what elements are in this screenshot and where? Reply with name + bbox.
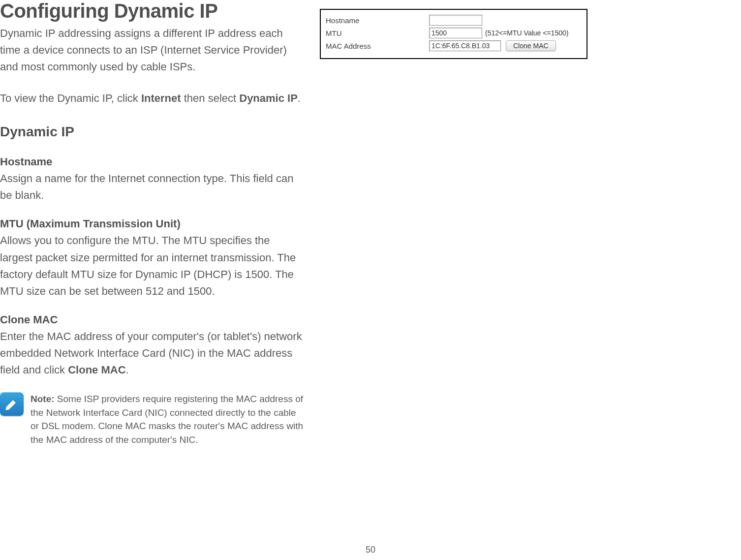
nav-text-post: . [298, 92, 301, 104]
section-mtu: MTU (Maximum Transmission Unit) Allows y… [0, 218, 305, 299]
section-mtu-title: MTU (Maximum Transmission Unit) [0, 218, 305, 230]
hostname-row: Hostname [326, 15, 582, 26]
page-title: Configuring Dynamic IP [0, 0, 305, 22]
nav-text-mid: then select [181, 92, 240, 104]
note-pencil-icon [0, 392, 24, 416]
mac-address-label: MAC Address [326, 42, 429, 50]
nav-internet-keyword: Internet [141, 92, 181, 104]
mtu-row: MTU (512<=MTU Value <=1500) [326, 28, 582, 38]
hostname-label: Hostname [326, 16, 429, 25]
mac-address-input[interactable] [429, 40, 501, 51]
mac-row: MAC Address Clone MAC [326, 40, 582, 51]
section-clone-mac-body: Enter the MAC address of your computer's… [0, 328, 305, 378]
navigation-instruction: To view the Dynamic IP, click Internet t… [0, 90, 305, 106]
clone-body-pre: Enter the MAC address of your computer's… [0, 330, 302, 376]
page-number: 50 [366, 545, 375, 555]
clone-mac-button[interactable]: Clone MAC [506, 40, 556, 51]
intro-text: Dynamic IP addressing assigns a differen… [0, 25, 305, 75]
clone-body-post: . [126, 364, 129, 376]
note-text: Note: Some ISP providers require registe… [31, 392, 305, 446]
mtu-range-text: (512<=MTU Value <=1500) [485, 29, 568, 37]
subheading: Dynamic IP [0, 124, 305, 140]
section-hostname: Hostname Assign a name for the Internet … [0, 156, 305, 204]
section-clone-mac-title: Clone MAC [0, 313, 305, 326]
hostname-input[interactable] [429, 15, 482, 26]
mtu-input[interactable] [429, 28, 482, 38]
nav-dynamicip-keyword: Dynamic IP [239, 92, 298, 104]
note-body: Some ISP providers require registering t… [31, 394, 303, 445]
dynamic-ip-form-panel: Hostname MTU (512<=MTU Value <=1500) MAC… [320, 9, 587, 59]
section-hostname-title: Hostname [0, 156, 305, 168]
mtu-label: MTU [326, 29, 429, 37]
note-block: Note: Some ISP providers require registe… [0, 392, 305, 446]
nav-text-pre: To view the Dynamic IP, click [0, 92, 141, 104]
section-mtu-body: Allows you to configure the MTU. The MTU… [0, 232, 305, 299]
section-hostname-body: Assign a name for the Internet connectio… [0, 170, 305, 204]
section-clone-mac: Clone MAC Enter the MAC address of your … [0, 313, 305, 378]
clone-body-bold: Clone MAC [68, 364, 125, 376]
note-label: Note: [31, 394, 55, 404]
